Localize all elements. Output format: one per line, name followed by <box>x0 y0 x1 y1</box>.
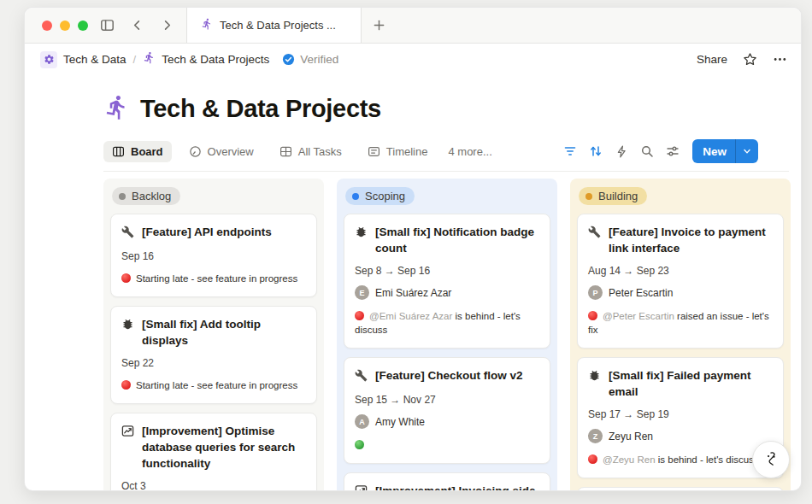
avatar: A <box>355 414 369 429</box>
more-views-button[interactable]: 4 more... <box>448 145 491 158</box>
kanban-card[interactable]: [Feature] API endpointsSep 16Starting la… <box>110 214 317 297</box>
wrench-icon <box>121 226 134 238</box>
tab-board[interactable]: Board <box>103 141 172 162</box>
active-tab[interactable]: Tech & Data Projects ... <box>186 8 362 43</box>
column-label: Backlog <box>132 190 171 202</box>
tab-overview[interactable]: Overview <box>180 141 262 162</box>
kanban-card[interactable]: [Small fix] Add tooltip displaysSep 22St… <box>110 306 317 404</box>
card-assignee: ZZeyu Ren <box>588 429 773 443</box>
chart-increasing-icon <box>355 484 368 491</box>
page-title[interactable]: Tech & Data Projects <box>140 95 381 123</box>
share-button[interactable]: Share <box>697 53 727 66</box>
card-date: Sep 16 <box>121 250 306 262</box>
card-title: [Improvement] Optimise database queries … <box>142 423 306 472</box>
kanban-card[interactable]: [Feature] Checkout flow v2Sep 15 → Nov 2… <box>344 357 550 464</box>
avatar: E <box>355 285 369 300</box>
card-title: [Improvement] Invoicing side panel <box>375 483 539 491</box>
chart-increasing-icon <box>121 425 134 437</box>
overview-view-icon <box>189 145 202 158</box>
status-mention: @Zeyu Ren <box>603 454 658 465</box>
wrench-icon-wrap <box>588 226 601 256</box>
card-title: [Feature] Invoice to payment link interf… <box>609 224 773 256</box>
column-status-pill[interactable]: Building <box>579 187 647 205</box>
workspace-gear-icon[interactable] <box>40 51 57 68</box>
wrench-icon <box>355 369 368 382</box>
window-controls <box>25 8 186 43</box>
breadcrumb: Tech & Data / Tech & Data Projects Verif… <box>25 44 801 75</box>
card-date: Sep 8 → Sep 16 <box>355 265 539 277</box>
kanban-card[interactable]: [Feature] Advanced settings on partial i… <box>577 487 784 491</box>
tab-all-tasks[interactable]: All Tasks <box>271 141 350 162</box>
verified-icon <box>282 53 295 66</box>
red-circle-icon <box>355 311 364 320</box>
runner-icon <box>143 51 156 67</box>
breadcrumb-separator: / <box>132 53 138 66</box>
minimize-window-button[interactable] <box>60 21 70 31</box>
card-date: Sep 15 → Nov 27 <box>355 394 539 406</box>
assignee-name: Amy White <box>375 416 425 428</box>
page-emoji-runner-icon[interactable] <box>103 94 130 124</box>
chart-icon-wrap <box>355 484 368 491</box>
zoom-window-button[interactable] <box>78 21 88 31</box>
board-column-building: Building[Feature] Invoice to payment lin… <box>570 179 791 491</box>
column-label: Scoping <box>365 190 405 202</box>
card-date: Oct 3 <box>121 480 306 491</box>
kanban-card[interactable]: [Feature] Invoice to payment link interf… <box>577 214 784 349</box>
close-window-button[interactable] <box>42 21 52 31</box>
column-label: Building <box>598 190 638 202</box>
new-button[interactable]: New <box>692 139 758 163</box>
floating-cursor-button[interactable] <box>752 441 790 478</box>
backlog-status-dot <box>119 193 126 200</box>
board-column-scoping: Scoping[Small fix] Notification badge co… <box>337 179 557 491</box>
card-assignee: EEmi Suárez Azar <box>355 285 539 300</box>
views-toolbar: Board Overview All Tasks Timeline 4 more… <box>103 139 789 172</box>
card-title: [Small fix] Failed payment email <box>609 367 773 400</box>
kanban-card[interactable]: [Improvement] Optimise database queries … <box>110 413 317 491</box>
avatar: Z <box>588 429 603 443</box>
sidebar-toggle-icon[interactable] <box>96 15 118 37</box>
tab-timeline[interactable]: Timeline <box>359 141 437 162</box>
verified-badge[interactable]: Verified <box>282 53 338 66</box>
wrench-icon-wrap <box>121 226 134 242</box>
sort-icon[interactable] <box>585 140 607 162</box>
back-icon[interactable] <box>126 15 148 37</box>
assignee-name: Zeyu Ren <box>609 431 653 442</box>
chart-icon-wrap <box>121 425 134 472</box>
card-title: [Small fix] Add tooltip displays <box>142 316 306 349</box>
breadcrumb-workspace[interactable]: Tech & Data <box>63 53 127 66</box>
new-tab-icon[interactable] <box>362 8 396 43</box>
kanban-card[interactable]: [Improvement] Invoicing side panelSep 15… <box>344 472 550 491</box>
verified-label: Verified <box>300 53 338 66</box>
scoping-status-dot <box>352 193 359 200</box>
building-status-dot <box>585 193 592 200</box>
card-date: Sep 22 <box>121 357 306 369</box>
favorite-star-icon[interactable] <box>743 52 757 67</box>
column-status-pill[interactable]: Scoping <box>345 187 415 205</box>
view-settings-sliders-icon[interactable] <box>662 140 684 162</box>
breadcrumb-page[interactable]: Tech & Data Projects <box>162 53 269 66</box>
column-status-pill[interactable]: Backlog <box>112 187 180 205</box>
kanban-card[interactable]: [Small fix] Notification badge countSep … <box>344 214 550 349</box>
more-options-icon[interactable] <box>773 52 787 67</box>
card-assignee: AAmy White <box>355 414 539 429</box>
card-status: Starting late - see feature in progress <box>121 272 306 285</box>
search-icon[interactable] <box>636 140 658 162</box>
kanban-board: Backlog[Feature] API endpointsSep 16Star… <box>25 172 801 491</box>
card-date: Sep 17 → Sep 19 <box>588 408 773 420</box>
filter-icon[interactable] <box>559 140 581 162</box>
card-status: @Emi Suárez Azar is behind - let's discu… <box>355 309 539 337</box>
runner-icon <box>201 18 213 33</box>
card-title: [Small fix] Notification badge count <box>375 224 539 256</box>
card-status: Starting late - see feature in progress <box>121 378 306 392</box>
automation-bolt-icon[interactable] <box>610 140 633 162</box>
assignee-name: Peter Escartin <box>609 287 673 299</box>
card-assignee: PPeter Escartin <box>588 285 773 300</box>
new-button-caret-icon[interactable] <box>736 139 758 163</box>
forward-icon[interactable] <box>156 15 178 37</box>
card-status: @Peter Escartin raised an issue - let's … <box>588 309 773 337</box>
status-text: is behind - let's discuss <box>658 454 759 465</box>
table-view-icon <box>279 145 292 158</box>
status-mention: @Peter Escartin <box>603 311 677 321</box>
board-view-icon <box>112 145 125 158</box>
card-title: [Feature] API endpoints <box>142 224 272 242</box>
